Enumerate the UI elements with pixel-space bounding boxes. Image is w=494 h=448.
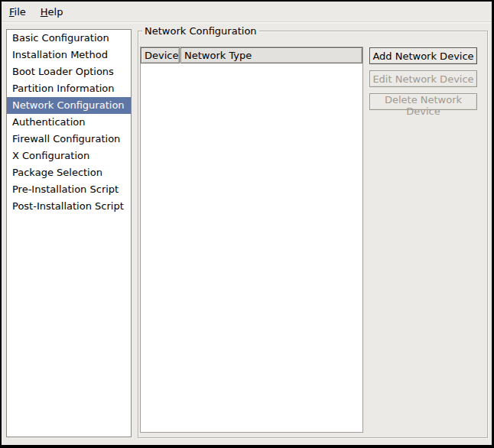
add-network-device-button[interactable]: Add Network Device	[369, 47, 477, 64]
sidebar-item-x-configuration[interactable]: X Configuration	[7, 148, 131, 164]
column-header-device[interactable]: Device	[141, 47, 180, 63]
sidebar-item-network-configuration[interactable]: Network Configuration	[7, 97, 131, 114]
frame-title: Network Configuration	[142, 25, 259, 37]
sidebar-item-post-installation-script[interactable]: Post-Installation Script	[7, 198, 131, 215]
edit-network-device-button[interactable]: Edit Network Device	[369, 70, 477, 87]
sidebar-item-firewall-configuration[interactable]: Firewall Configuration	[7, 131, 131, 148]
sidebar-item-boot-loader-options[interactable]: Boot Loader Options	[7, 63, 131, 80]
table-body[interactable]	[141, 63, 362, 432]
network-configuration-frame: Network Configuration Device Network Typ…	[138, 31, 488, 438]
network-device-table: Device Network Type	[140, 47, 363, 433]
menu-help[interactable]: Help	[34, 2, 71, 22]
sidebar-item-partition-information[interactable]: Partition Information	[7, 80, 131, 97]
menu-file[interactable]: File	[2, 2, 34, 22]
sidebar-item-package-selection[interactable]: Package Selection	[7, 164, 131, 181]
column-header-network-type[interactable]: Network Type	[180, 47, 362, 63]
menubar: File Help	[2, 2, 492, 23]
sidebar-item-pre-installation-script[interactable]: Pre-Installation Script	[7, 181, 131, 198]
delete-network-device-button[interactable]: Delete Network Device	[369, 93, 477, 110]
device-action-buttons: Add Network Device Edit Network Device D…	[369, 47, 477, 110]
section-list: Basic Configuration Installation Method …	[6, 29, 132, 437]
sidebar-item-authentication[interactable]: Authentication	[7, 114, 131, 131]
kickstart-configurator-window: File Help Basic Configuration Installati…	[0, 0, 494, 448]
table-header-row: Device Network Type	[141, 47, 362, 63]
sidebar-item-basic-configuration[interactable]: Basic Configuration	[7, 30, 131, 47]
sidebar-item-installation-method[interactable]: Installation Method	[7, 47, 131, 63]
